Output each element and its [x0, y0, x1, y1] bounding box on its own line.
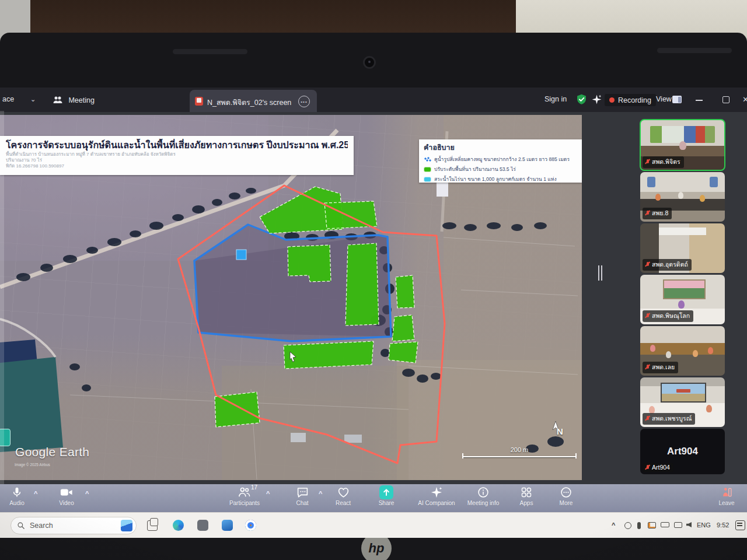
leveled-field-green-icon: [424, 167, 431, 172]
hidden-icons-chevron[interactable]: ^: [612, 522, 615, 528]
language-indicator[interactable]: ENG: [697, 522, 711, 528]
participants-count: 17: [251, 484, 257, 491]
photo-of-laptop: hp ace ⌄ Meeting N_สพด.พิจิตร_02's scree…: [0, 0, 747, 560]
ai-companion-label: AI Companion: [418, 500, 455, 506]
windows-taskbar: Search ^ ENG 9:52: [0, 512, 747, 538]
meeting-info-label: Meeting info: [467, 500, 499, 506]
window-maximize-button[interactable]: [722, 96, 729, 103]
hp-logo-text: hp: [369, 541, 385, 556]
participants-chevron-icon[interactable]: ^: [266, 490, 270, 497]
tray-recording-icon[interactable]: [648, 522, 656, 528]
video-label: Video: [59, 500, 74, 506]
shield-check-icon[interactable]: [575, 93, 588, 106]
ai-companion-button[interactable]: AI Companion: [412, 486, 461, 506]
muted-mic-icon: [645, 464, 650, 471]
muted-mic-icon: [645, 261, 650, 268]
notification-center-icon[interactable]: [735, 520, 745, 530]
view-button[interactable]: View: [656, 95, 672, 103]
tray-mic-icon[interactable]: [637, 522, 641, 529]
task-view-icon[interactable]: [147, 520, 158, 531]
heart-icon: [337, 486, 350, 499]
chat-chevron-icon[interactable]: ^: [319, 490, 322, 497]
laptop-screen: ace ⌄ Meeting N_สพด.พิจิตร_02's screen •…: [0, 88, 747, 538]
taskbar-search[interactable]: Search: [11, 517, 137, 534]
more-button[interactable]: More: [553, 486, 579, 506]
meeting-info-button[interactable]: Meeting info: [467, 486, 500, 506]
share-button[interactable]: Share: [374, 486, 399, 506]
search-placeholder: Search: [30, 522, 116, 530]
compass-label: N: [557, 426, 563, 436]
farm-pond-cyan-icon: [424, 177, 431, 182]
person-figure: [655, 194, 661, 201]
compass-north[interactable]: N: [549, 421, 562, 436]
audio-label: Audio: [9, 500, 25, 506]
camera-icon: [60, 486, 73, 499]
video-options-chevron-icon[interactable]: ^: [85, 490, 89, 497]
muted-mic-icon: [645, 210, 650, 216]
participant-tile[interactable]: Art904 Art904: [640, 429, 725, 474]
shared-screen-tab[interactable]: N_สพด.พิจิตร_02's screen •••: [190, 90, 317, 112]
view-layout-icon[interactable]: [672, 96, 682, 103]
imagery-copyright: Image © 2025 Airbus: [15, 463, 50, 467]
ai-sparkle-icon[interactable]: [591, 94, 602, 105]
chat-button[interactable]: Chat: [291, 486, 314, 506]
leave-button[interactable]: Leave: [712, 486, 741, 506]
window-minimize-button[interactable]: [696, 100, 703, 101]
wall-emblem-decor: [647, 177, 655, 187]
panel-resize-handle[interactable]: [598, 265, 603, 281]
participant-name: สพด.พิจิตร: [652, 157, 680, 167]
taskbar-clock[interactable]: 9:52: [717, 522, 729, 528]
scale-bar: [462, 456, 577, 457]
webcam: [363, 56, 376, 69]
person-figure: [708, 347, 713, 354]
legend-item-text: คูน้ำรูปสี่เหลี่ยมคางหมู ขนาดปากกว้าง 2.…: [434, 155, 570, 163]
bezel-bumper-left: [173, 49, 247, 54]
participant-tile[interactable]: สพด.เลย: [640, 326, 725, 376]
window-close-button[interactable]: ✕: [742, 95, 747, 104]
sign-in-button[interactable]: Sign in: [544, 95, 567, 103]
project-subtitle-area: พื้นที่ดำเนินการ บ้านหนองกระมาก หมู่ที่ …: [6, 152, 348, 158]
participant-tile[interactable]: สพด.อุตรดิตถ์: [640, 223, 725, 273]
people-icon: [53, 95, 63, 104]
wall-emblem-decor: [710, 177, 718, 187]
meeting-tab[interactable]: Meeting: [53, 94, 95, 105]
search-highlight-icon: [121, 520, 132, 531]
audio-button[interactable]: Audio: [4, 486, 30, 506]
google-earth-map[interactable]: โครงการจัดระบบอนุรักษ์ดินและน้ำในพื้นที่…: [0, 115, 582, 480]
participant-tile[interactable]: สพย.8: [640, 172, 725, 222]
participant-name: สพด.เลย: [652, 362, 675, 372]
chrome-icon[interactable]: [245, 520, 256, 531]
participant-tile-active[interactable]: สพด.พิจิตร: [640, 120, 725, 170]
edge-browser-icon[interactable]: [173, 520, 184, 531]
participant-name: สพด.เพชรบูรณ์: [652, 414, 692, 424]
app-icon[interactable]: [197, 520, 208, 531]
project-subtitle-quantity: ปริมาณงาน 70 ไร่: [6, 158, 348, 163]
react-label: React: [336, 500, 351, 506]
react-button[interactable]: React: [330, 486, 356, 506]
bezel-bumper-right: [657, 48, 732, 53]
scale-label: 200 m: [462, 446, 577, 453]
audio-options-chevron-icon[interactable]: ^: [34, 490, 37, 497]
tab-options-icon[interactable]: •••: [298, 96, 310, 107]
tray-display-icon[interactable]: [674, 522, 682, 528]
video-button[interactable]: Video: [51, 486, 82, 506]
tray-volume-icon[interactable]: [686, 522, 692, 527]
muted-mic-icon: [645, 415, 650, 422]
ai-companion-sparkle-icon: [430, 486, 443, 499]
tray-battery-icon[interactable]: [661, 522, 669, 527]
tray-clock-icon[interactable]: [624, 522, 631, 529]
workspace-dropdown-icon[interactable]: ⌄: [30, 96, 36, 103]
zoom-titlebar: ace ⌄ Meeting N_สพด.พิจิตร_02's screen •…: [0, 88, 747, 112]
legend-item: ปรับระดับพื้นที่นา ปริมาณงาน 53.5 ไร่: [424, 165, 577, 173]
workspace-label[interactable]: ace: [2, 95, 14, 103]
participant-name: สพด.พิษณุโลก: [652, 311, 690, 321]
participants-button[interactable]: 17 Participants: [226, 486, 263, 506]
outlook-icon[interactable]: [222, 520, 233, 531]
person-figure: [678, 192, 683, 199]
recording-indicator[interactable]: Recording: [605, 94, 656, 106]
participant-tile[interactable]: สพด.เพชรบูรณ์: [640, 377, 725, 427]
muted-mic-icon: [645, 159, 650, 165]
tv-screen-decor: [661, 383, 706, 402]
apps-button[interactable]: Apps: [514, 486, 539, 506]
participant-tile[interactable]: สพด.พิษณุโลก: [640, 275, 725, 324]
